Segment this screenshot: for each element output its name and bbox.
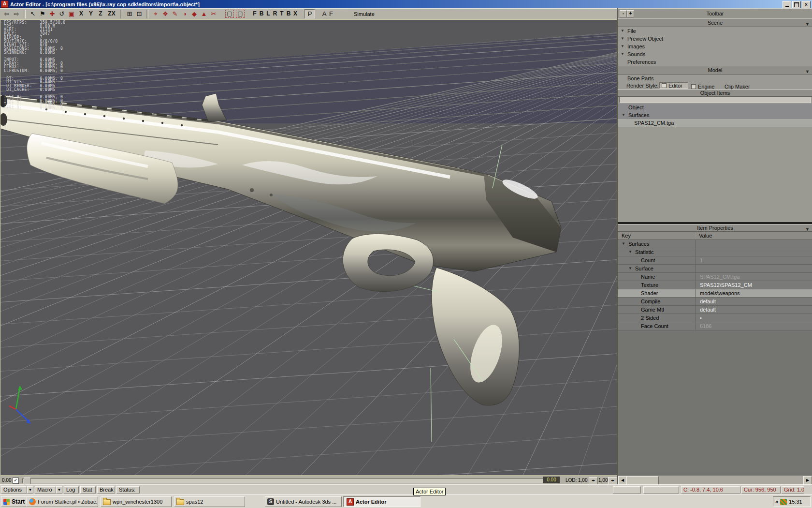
collapse-all-button[interactable]: - <box>620 10 627 17</box>
collapse-arrow-icon[interactable]: ▼ <box>622 240 625 248</box>
red-tool-2-button[interactable]: ✎ <box>170 9 180 18</box>
scale-tool-button[interactable]: ▣ <box>67 9 76 18</box>
tray-chevron[interactable]: « <box>775 499 778 505</box>
engine-checkbox[interactable] <box>691 84 696 89</box>
toggle-a-button[interactable]: A <box>321 9 328 18</box>
property-row-count[interactable]: Count1 <box>618 256 812 265</box>
lod-spinner-1[interactable]: ◂▸ <box>589 477 598 484</box>
start-button[interactable]: Start <box>1 496 28 507</box>
cube-solid-button[interactable]: ▢ <box>225 10 234 18</box>
collapse-arrow-icon[interactable]: ▼ <box>621 43 624 50</box>
property-value[interactable]: SPAS12\SPAS12_CM <box>695 281 812 289</box>
property-row-name[interactable]: NameSPAS12_CM.tga <box>618 273 812 281</box>
editor-checkbox[interactable] <box>662 83 667 88</box>
taskbar-button-spas12[interactable]: spas12 <box>174 496 245 507</box>
property-row-statistic[interactable]: ▼Statistic <box>618 248 812 256</box>
taskbar-button-untitled-autodesk-3ds[interactable]: SUntitled - Autodesk 3ds ... <box>265 496 342 507</box>
bone-parts-button[interactable]: Bone Parts <box>618 75 812 82</box>
red-tool-6-button[interactable]: ✂ <box>209 9 218 18</box>
red-tool-3-button[interactable]: ◑ <box>180 9 189 18</box>
scene-item-images[interactable]: ▼Images <box>618 43 812 50</box>
view-top-button[interactable]: T <box>278 9 285 18</box>
move-tool-button[interactable]: ✚ <box>47 9 57 18</box>
render-style-editor-toggle[interactable]: Editor <box>659 82 688 89</box>
property-row-texture[interactable]: TextureSPAS12\SPAS12_CM <box>618 281 812 289</box>
status-macro[interactable]: Macro <box>35 486 56 493</box>
viewport-canvas[interactable] <box>0 20 617 476</box>
view-left-button[interactable]: L <box>265 9 272 18</box>
axis-zx-button[interactable]: ZX <box>105 9 118 18</box>
item-properties-header[interactable]: Item Properties ▼ <box>618 224 812 232</box>
viewport-3d[interactable]: FPS/RFPS: 359.5/30.0 TPS: 0.00 M VERT: 2… <box>0 19 617 476</box>
property-value[interactable] <box>695 248 812 256</box>
taskbar-button-actor-editor[interactable]: AActor Editor <box>343 496 420 507</box>
scroll-right-icon[interactable]: ▶ <box>803 476 812 485</box>
rotate-tool-button[interactable]: ↺ <box>57 9 67 18</box>
axis-x-button[interactable]: X <box>76 9 86 18</box>
property-row-shader[interactable]: Shadermodels\weapons <box>618 289 812 298</box>
property-row-game-mtl[interactable]: Game Mtldefault <box>618 306 812 314</box>
toggle-f-button[interactable]: F <box>328 9 334 18</box>
panel-toolbar-header[interactable]: - + Toolbar <box>618 8 812 18</box>
minimize-button[interactable] <box>783 1 791 8</box>
panel-horizontal-scrollbar[interactable]: ◀ ▶ <box>618 476 812 484</box>
cube-wire-button[interactable]: ▢ <box>236 10 245 18</box>
expand-all-button[interactable]: + <box>627 10 634 17</box>
model-section-header[interactable]: Model ▼ <box>618 66 812 75</box>
view-back-button[interactable]: B <box>258 9 265 18</box>
property-value[interactable]: • <box>695 314 812 322</box>
scene-item-preferences[interactable]: Preferences <box>618 58 812 66</box>
close-button[interactable]: × <box>802 1 811 8</box>
status-break[interactable]: Break <box>97 486 115 493</box>
scene-item-preview-object[interactable]: ▼Preview Object <box>618 35 812 43</box>
red-tool-5-button[interactable]: ▲ <box>199 9 209 18</box>
property-row-face-count[interactable]: Face Count6186 <box>618 322 812 330</box>
property-row-compile[interactable]: Compiledefault <box>618 298 812 306</box>
taskbar-button-wpn-winchester1300[interactable]: wpn_winchester1300 <box>101 496 172 507</box>
status-stat[interactable]: Stat <box>80 486 96 493</box>
collapse-arrow-icon[interactable]: ▼ <box>622 111 625 119</box>
forward-button[interactable]: ⇨ <box>12 9 21 18</box>
collapse-arrow-icon[interactable]: ▼ <box>621 27 624 35</box>
dropdown-arrow-icon[interactable]: ▼ <box>27 486 33 493</box>
collapse-arrow-icon[interactable]: ▼ <box>628 248 632 256</box>
property-row-surface[interactable]: ▼Surface <box>618 265 812 273</box>
scrollbar-thumb[interactable] <box>626 476 659 485</box>
timeline-slider-thumb[interactable] <box>24 478 31 484</box>
property-value[interactable]: models\weapons <box>695 289 812 297</box>
view-right-button[interactable]: R <box>272 9 278 18</box>
axis-z-button[interactable]: Z <box>96 9 105 18</box>
axis-y-button[interactable]: Y <box>86 9 96 18</box>
taskbar-button-forum-stalker-pl-zobac[interactable]: Forum Stalker.pl • Zobac... <box>27 496 98 507</box>
property-row-2-sided[interactable]: 2 Sided• <box>618 314 812 322</box>
collapse-arrow-icon[interactable]: ▼ <box>621 50 624 58</box>
red-tool-1-button[interactable]: ❖ <box>160 9 170 18</box>
timeline-slider[interactable] <box>22 478 544 483</box>
dropdown-arrow-icon[interactable]: ▼ <box>56 486 62 493</box>
anim-checkbox[interactable]: ✓ <box>13 478 19 484</box>
scene-item-sounds[interactable]: ▼Sounds <box>618 50 812 58</box>
property-value[interactable] <box>695 265 812 272</box>
scroll-left-icon[interactable]: ◀ <box>618 476 627 485</box>
snap-tool-button[interactable]: ⌖ <box>151 9 160 18</box>
collapse-arrow-icon[interactable]: ▼ <box>621 35 624 43</box>
object-items-filter-input[interactable] <box>619 97 811 103</box>
status-options[interactable]: Options <box>1 486 27 493</box>
mirror-tool-button[interactable]: ⊞ <box>125 9 134 18</box>
select-tool-button[interactable]: ↖ <box>28 9 38 18</box>
flag-tool-button[interactable]: ⚑ <box>38 9 47 18</box>
scene-item-file[interactable]: ▼File <box>618 27 812 35</box>
simulate-button[interactable]: Simulate <box>354 11 375 17</box>
property-row-surfaces[interactable]: ▼Surfaces <box>618 240 812 248</box>
red-tool-4-button[interactable]: ◆ <box>189 9 199 18</box>
lod-spinner-2[interactable]: ◂▸ <box>608 477 617 484</box>
bounds-tool-button[interactable]: ⊡ <box>134 9 144 18</box>
scene-section-header[interactable]: Scene ▼ <box>618 18 812 27</box>
object-item-spas12-cm-tga[interactable]: SPAS12_CM.tga <box>618 119 812 127</box>
view-bottom-button[interactable]: B <box>285 9 292 18</box>
view-axo-button[interactable]: X <box>292 9 299 18</box>
status-status[interactable]: Status: <box>116 486 140 493</box>
toggle-p-button[interactable]: P <box>304 9 315 18</box>
collapse-arrow-icon[interactable]: ▼ <box>628 265 632 272</box>
status-log[interactable]: Log <box>64 486 79 493</box>
